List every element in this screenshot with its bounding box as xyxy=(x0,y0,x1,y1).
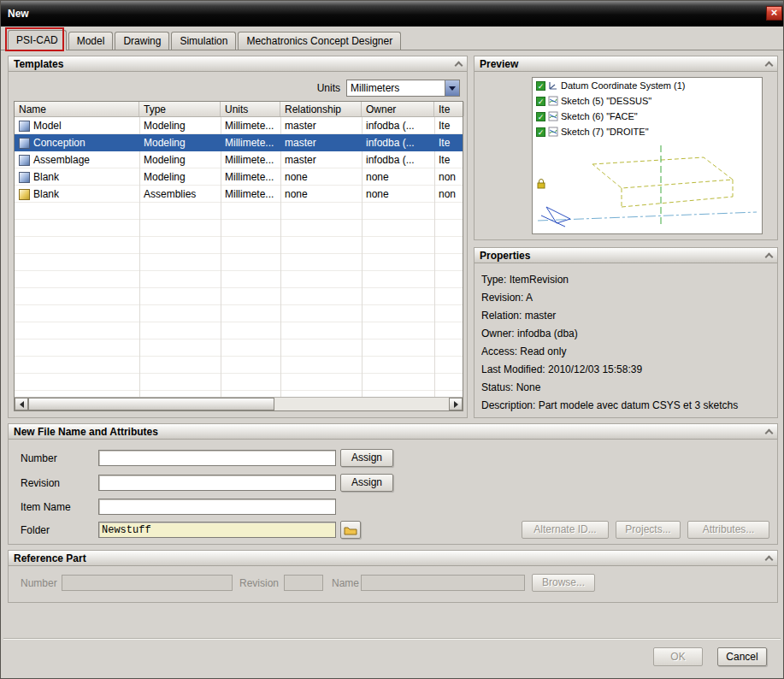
column-header-name[interactable]: Name xyxy=(15,102,139,116)
column-header-item[interactable]: Ite xyxy=(434,102,464,116)
properties-header[interactable]: Properties xyxy=(475,248,777,263)
column-header-relationship[interactable]: Relationship xyxy=(280,102,362,116)
table-row-conception-selected[interactable]: Conception Modeling Millimete... master … xyxy=(15,134,463,151)
template-part-icon xyxy=(19,121,30,132)
folder-input[interactable] xyxy=(98,522,336,538)
cell-item: non xyxy=(434,188,463,200)
collapse-chevron-icon[interactable] xyxy=(765,61,774,69)
collapse-chevron-icon[interactable] xyxy=(765,252,774,261)
tab-psi-cad[interactable]: PSI-CAD xyxy=(8,30,67,50)
tab-label: Simulation xyxy=(180,35,227,47)
browse-button[interactable]: Browse... xyxy=(532,574,595,592)
template-part-icon xyxy=(19,155,30,166)
ref-number-label: Number xyxy=(21,575,57,592)
tab-drawing[interactable]: Drawing xyxy=(115,32,169,50)
new-file-title: New File Name and Attributes xyxy=(14,426,158,438)
cell-relationship: master xyxy=(280,120,362,132)
attributes-button[interactable]: Attributes... xyxy=(687,521,769,539)
table-row-assemblage[interactable]: Assemblage Modeling Millimete... master … xyxy=(15,151,463,168)
units-dropdown[interactable]: Millimeters xyxy=(346,80,460,97)
reference-part-header[interactable]: Reference Part xyxy=(9,551,777,566)
tree-label: Sketch (6) "FACE" xyxy=(561,111,638,121)
collapse-chevron-icon[interactable] xyxy=(455,61,463,69)
column-header-label: Units xyxy=(225,103,248,115)
table-row-blank-modeling[interactable]: Blank Modeling Millimete... none none no… xyxy=(15,168,463,186)
cell-name: Model xyxy=(33,120,62,132)
tab-label: Drawing xyxy=(123,35,161,47)
templates-header[interactable]: Templates xyxy=(9,56,467,72)
scrollbar-thumb[interactable] xyxy=(28,398,274,410)
preview-tree-item: ✓ Sketch (7) "DROITE" xyxy=(533,124,762,139)
cell-relationship: master xyxy=(280,137,362,149)
ref-revision-label: Revision xyxy=(239,575,279,592)
column-header-label: Relationship xyxy=(285,103,341,115)
scrollbar-track[interactable] xyxy=(28,398,449,410)
column-header-units[interactable]: Units xyxy=(221,102,280,116)
ref-revision-input[interactable] xyxy=(284,575,323,591)
template-part-icon xyxy=(19,138,30,149)
collapse-chevron-icon[interactable] xyxy=(765,428,774,437)
ref-name-input[interactable] xyxy=(361,575,525,591)
templates-group: Templates Units Millimeters Name Type Un… xyxy=(8,56,468,418)
scroll-right-button[interactable] xyxy=(449,398,463,410)
tab-label: PSI-CAD xyxy=(16,34,58,46)
property-line: Description: Part modele avec datum CSYS… xyxy=(481,397,774,415)
folder-label: Folder xyxy=(21,522,50,539)
preview-tree-item: ✓ Sketch (5) "DESSUS" xyxy=(533,93,762,109)
column-header-label: Name xyxy=(19,103,46,115)
cell-relationship: master xyxy=(280,154,362,166)
cell-type: Modeling xyxy=(139,120,221,132)
arrow-right-icon xyxy=(454,401,458,408)
alternate-id-button[interactable]: Alternate ID... xyxy=(522,521,609,539)
cell-owner: infodba (... xyxy=(362,154,434,166)
column-header-type[interactable]: Type xyxy=(139,102,221,116)
item-name-input[interactable] xyxy=(98,499,336,515)
table-header-row: Name Type Units Relationship Owner Ite xyxy=(15,102,463,117)
cell-item: Ite xyxy=(434,154,463,166)
close-button[interactable]: × xyxy=(766,6,782,21)
cell-item: non xyxy=(434,171,463,183)
window-title: New xyxy=(8,8,29,20)
property-line: Relation: master xyxy=(481,307,774,325)
tree-label: Sketch (7) "DROITE" xyxy=(561,127,649,137)
cell-type: Modeling xyxy=(139,154,221,166)
tab-model[interactable]: Model xyxy=(68,32,114,50)
preview-title: Preview xyxy=(480,58,518,70)
horizontal-scrollbar xyxy=(15,397,463,410)
assign-revision-button[interactable]: Assign xyxy=(340,474,393,492)
dropdown-button[interactable] xyxy=(445,80,459,96)
revision-input[interactable] xyxy=(98,475,336,491)
table-row-model[interactable]: Model Modeling Millimete... master infod… xyxy=(15,117,463,134)
scroll-left-button[interactable] xyxy=(15,398,28,410)
sketch-icon xyxy=(548,96,558,106)
cell-units: Millimete... xyxy=(221,137,280,149)
collapse-chevron-icon[interactable] xyxy=(765,555,774,564)
tab-simulation[interactable]: Simulation xyxy=(171,32,236,50)
arrow-left-icon xyxy=(20,401,24,408)
properties-list: Type: ItemRevision Revision: A Relation:… xyxy=(481,271,774,415)
cell-type: Assemblies xyxy=(139,188,221,200)
tab-strip: PSI-CAD Model Drawing Simulation Mechatr… xyxy=(1,29,783,50)
ok-button[interactable]: OK xyxy=(653,647,703,666)
lock-icon xyxy=(538,183,545,188)
tab-mechatronics-concept-designer[interactable]: Mechatronics Concept Designer xyxy=(238,32,401,50)
new-file-header[interactable]: New File Name and Attributes xyxy=(9,424,777,440)
folder-browse-button[interactable] xyxy=(340,521,361,539)
number-input[interactable] xyxy=(98,450,336,466)
assign-number-button[interactable]: Assign xyxy=(340,449,393,467)
datum-csys-icon xyxy=(548,80,558,91)
column-header-label: Type xyxy=(144,103,166,115)
units-label: Units xyxy=(317,82,340,94)
column-header-owner[interactable]: Owner xyxy=(362,102,434,116)
preview-header[interactable]: Preview xyxy=(475,56,777,72)
cell-units: Millimete... xyxy=(221,120,280,132)
preview-group: Preview ✓ Datum Coordinate System (1) ✓ … xyxy=(474,56,778,240)
cell-name: Blank xyxy=(33,171,59,183)
projects-button[interactable]: Projects... xyxy=(616,521,681,539)
footer-separator xyxy=(3,638,781,640)
table-body: Model Modeling Millimete... master infod… xyxy=(15,117,463,397)
table-row-blank-assemblies[interactable]: Blank Assemblies Millimete... none none … xyxy=(15,186,463,203)
cancel-button[interactable]: Cancel xyxy=(717,647,767,666)
template-assembly-icon xyxy=(19,189,30,200)
ref-number-input[interactable] xyxy=(62,575,233,591)
